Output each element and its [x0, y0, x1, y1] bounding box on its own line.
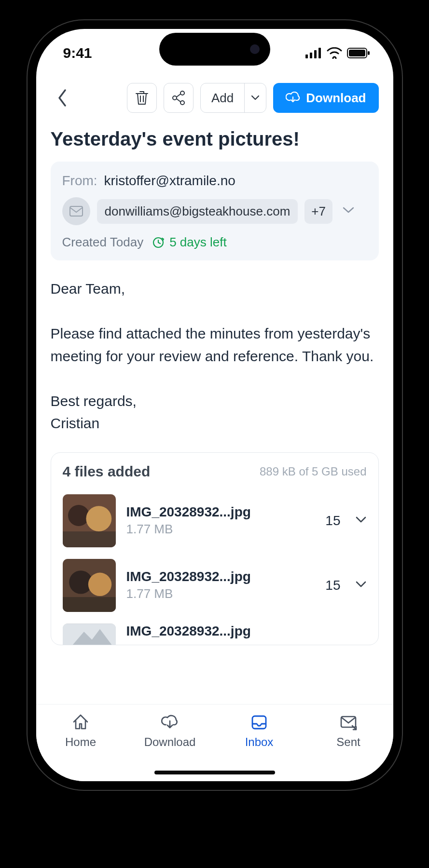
svg-rect-21: [252, 716, 266, 729]
created-row: Created Today 5 days left: [62, 235, 367, 250]
download-button-label: Download: [306, 91, 366, 106]
svg-rect-3: [318, 48, 321, 58]
chevron-down-icon: [355, 516, 367, 524]
svg-rect-2: [314, 50, 317, 58]
svg-rect-10: [70, 206, 83, 216]
svg-rect-0: [305, 54, 308, 58]
tab-label: Sent: [336, 735, 360, 749]
download-button[interactable]: Download: [273, 83, 378, 113]
svg-rect-5: [349, 50, 365, 56]
content-scroll[interactable]: From: kristoffer@xtramile.no donwilliams…: [36, 162, 393, 704]
status-indicators: [305, 47, 370, 59]
device-notch: [159, 33, 270, 66]
days-left-text: 5 days left: [169, 235, 227, 250]
file-count: 15: [325, 578, 340, 593]
battery-icon: [347, 47, 370, 59]
svg-rect-1: [310, 53, 312, 58]
svg-point-8: [173, 96, 177, 100]
svg-rect-19: [63, 597, 116, 612]
from-row: From: kristoffer@xtramile.no: [62, 173, 367, 189]
cloud-download-icon: [159, 711, 180, 732]
svg-rect-6: [368, 51, 370, 55]
file-size: 1.77 MB: [126, 586, 315, 601]
files-header: 4 files added 889 kB of 5 GB used: [63, 463, 367, 480]
home-indicator[interactable]: [154, 771, 275, 774]
file-name: IMG_20328932...jpg: [126, 624, 367, 639]
tab-bar: Home Download Inbox Sent: [36, 704, 393, 781]
add-button-label: Add: [201, 83, 245, 112]
recipients-row: donwilliams@bigsteakhouse.com +7: [62, 197, 367, 225]
file-size: 1.77 MB: [126, 522, 315, 537]
mail-avatar: [62, 197, 90, 225]
from-email[interactable]: kristoffer@xtramile.no: [104, 173, 235, 189]
screen: 9:41 Add: [36, 29, 393, 781]
recipient-chip[interactable]: donwilliams@bigsteakhouse.com: [97, 199, 298, 224]
sent-icon: [338, 711, 359, 732]
file-row[interactable]: IMG_20328932...jpg: [63, 618, 367, 645]
back-button[interactable]: [51, 86, 74, 109]
toolbar: Add Download: [36, 77, 393, 118]
chevron-left-icon: [56, 88, 68, 108]
wifi-icon: [327, 47, 342, 59]
file-thumbnail: [63, 559, 116, 612]
tab-label: Inbox: [245, 735, 274, 749]
chevron-down-icon: [250, 95, 260, 101]
tab-sent[interactable]: Sent: [304, 711, 393, 781]
home-icon: [70, 711, 91, 732]
file-thumbnail: [63, 494, 116, 547]
envelope-icon: [69, 205, 83, 217]
from-label: From:: [62, 173, 97, 189]
add-button-caret[interactable]: [245, 83, 266, 112]
svg-point-9: [180, 101, 184, 105]
expand-recipients-button[interactable]: [342, 206, 355, 216]
file-expand-button[interactable]: [355, 581, 367, 590]
file-count: 15: [325, 513, 340, 529]
svg-point-18: [88, 572, 111, 596]
add-button[interactable]: Add: [200, 83, 266, 113]
clock-refresh-icon: [152, 236, 165, 249]
status-time: 9:41: [63, 45, 92, 61]
trash-icon: [135, 90, 149, 106]
files-usage: 889 kB of 5 GB used: [260, 465, 366, 478]
svg-point-7: [180, 91, 184, 95]
tab-home[interactable]: Home: [36, 711, 125, 781]
message-meta-card: From: kristoffer@xtramile.no donwilliams…: [51, 162, 379, 260]
file-name: IMG_20328932...jpg: [126, 569, 315, 584]
device-frame: 9:41 Add: [27, 19, 403, 791]
share-button[interactable]: [164, 83, 194, 113]
message-body: Dear Team, Please find attached the minu…: [36, 260, 393, 448]
files-title: 4 files added: [63, 463, 151, 480]
cloud-download-icon: [286, 92, 300, 104]
file-row[interactable]: IMG_20328932...jpg 1.77 MB 15: [63, 553, 367, 618]
file-name: IMG_20328932...jpg: [126, 504, 315, 520]
page-title: Yesterday's event pictures!: [36, 118, 393, 162]
chevron-down-icon: [342, 206, 355, 214]
inbox-icon: [249, 711, 270, 732]
days-left: 5 days left: [152, 235, 227, 250]
file-row[interactable]: IMG_20328932...jpg 1.77 MB 15: [63, 488, 367, 553]
tab-label: Download: [144, 735, 196, 749]
chevron-down-icon: [355, 581, 367, 588]
tab-label: Home: [65, 735, 96, 749]
file-expand-button[interactable]: [355, 516, 367, 526]
created-label: Created Today: [62, 235, 144, 250]
share-icon: [171, 90, 186, 106]
extra-recipients-chip[interactable]: +7: [304, 199, 332, 224]
delete-button[interactable]: [127, 83, 157, 113]
svg-point-13: [68, 505, 89, 526]
file-thumbnail: [63, 624, 116, 645]
svg-point-14: [86, 506, 111, 531]
svg-rect-15: [63, 531, 116, 547]
cellular-icon: [305, 48, 322, 58]
files-card: 4 files added 889 kB of 5 GB used IMG_20…: [51, 452, 379, 645]
